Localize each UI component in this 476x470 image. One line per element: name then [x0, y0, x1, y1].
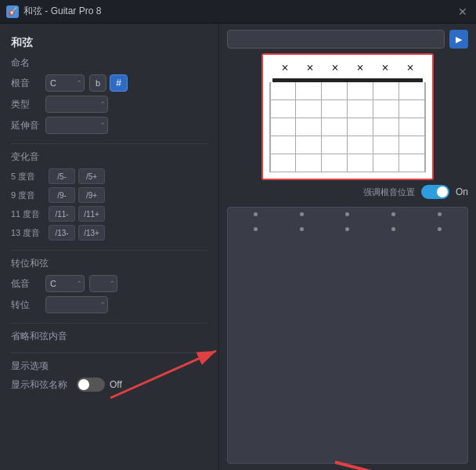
naming-title: 命名 — [11, 56, 207, 70]
close-button[interactable]: ✕ — [456, 5, 470, 19]
dot-2-5 — [438, 227, 442, 231]
toggle-thumb — [78, 379, 89, 390]
cell-3-6[interactable] — [399, 118, 425, 136]
cell-2-1[interactable] — [270, 100, 296, 118]
cell-5-2[interactable] — [296, 154, 322, 172]
cell-5-1[interactable] — [270, 154, 296, 172]
bass-alt-wrapper[interactable] — [89, 275, 117, 292]
fret-row-1[interactable] — [270, 82, 425, 100]
alt-5-pos-btn[interactable]: /5+ — [78, 168, 105, 184]
alt-row-5: 5 度音 /5- /5+ — [11, 168, 207, 184]
extension-label: 延伸音 — [11, 119, 41, 132]
alt-9-neg-btn[interactable]: /9- — [49, 187, 75, 203]
inversion-title: 转位和弦 — [11, 257, 207, 270]
sharp-button[interactable]: # — [110, 74, 128, 92]
dot-1-1 — [254, 212, 258, 216]
alt-9-label: 9 度音 — [11, 190, 45, 201]
type-select[interactable] — [45, 96, 108, 113]
cell-3-3[interactable] — [322, 118, 348, 136]
dot-2-1 — [254, 227, 258, 231]
cell-4-2[interactable] — [296, 136, 322, 154]
chord-x-4: × — [356, 61, 363, 75]
dot-2-3 — [345, 227, 349, 231]
root-position-state: On — [456, 186, 468, 197]
alt-5-neg-btn[interactable]: /5- — [49, 168, 75, 184]
extension-row: 延伸音 — [11, 117, 207, 134]
inversion-select-wrapper[interactable] — [45, 296, 108, 313]
cell-3-2[interactable] — [296, 118, 322, 136]
search-input[interactable] — [227, 30, 445, 49]
cell-3-5[interactable] — [373, 118, 399, 136]
cell-1-6[interactable] — [399, 82, 425, 99]
chord-diagram-wrapper: × × × × × × — [227, 53, 468, 180]
alt-11-pos-btn[interactable]: /11+ — [78, 206, 105, 222]
fret-row-2[interactable] — [270, 100, 425, 118]
cell-4-1[interactable] — [270, 136, 296, 154]
app-icon: 🎸 — [6, 5, 19, 18]
cell-5-3[interactable] — [322, 154, 348, 172]
bass-select[interactable]: CDE FGAB — [45, 275, 85, 292]
root-toggle-thumb — [437, 186, 448, 197]
inversion-select[interactable] — [45, 296, 108, 313]
fret-row-5[interactable] — [270, 154, 425, 172]
cell-3-4[interactable] — [348, 118, 373, 136]
dot-1-4 — [391, 212, 395, 216]
cell-5-6[interactable] — [399, 154, 425, 172]
cell-4-4[interactable] — [348, 136, 373, 154]
display-title: 显示选项 — [11, 360, 207, 373]
root-position-row: 强调根音位置 On — [227, 185, 468, 199]
bass-alt-select[interactable] — [89, 275, 117, 292]
extension-select[interactable] — [45, 117, 108, 134]
alt-13-neg-btn[interactable]: /13- — [49, 225, 75, 240]
type-row: 类型 — [11, 96, 207, 113]
alteration-buttons: b # — [89, 74, 128, 92]
omission-section: 省略和弦内音 — [11, 330, 207, 343]
fret-row-4[interactable] — [270, 136, 425, 154]
cell-2-2[interactable] — [296, 100, 322, 118]
divider-2 — [11, 250, 207, 251]
cell-4-6[interactable] — [399, 136, 425, 154]
root-position-toggle[interactable] — [421, 185, 449, 199]
cell-4-5[interactable] — [373, 136, 399, 154]
inversion-row: 转位 — [11, 296, 207, 313]
bass-select-wrapper[interactable]: CDE FGAB — [45, 275, 85, 292]
extension-select-wrapper[interactable] — [45, 117, 108, 134]
dot-2-4 — [391, 227, 395, 231]
alt-11-label: 11 度音 — [11, 208, 45, 220]
divider-1 — [11, 143, 207, 144]
cell-2-4[interactable] — [348, 100, 373, 118]
alt-11-neg-btn[interactable]: /11- — [49, 206, 75, 222]
alt-9-pos-btn[interactable]: /9+ — [78, 187, 105, 203]
root-row: 根音 CDE FGAB b # — [11, 74, 207, 92]
cell-1-5[interactable] — [373, 82, 399, 99]
cell-2-3[interactable] — [322, 100, 348, 118]
cell-1-3[interactable] — [322, 82, 348, 99]
divider-3 — [11, 323, 207, 324]
type-label: 类型 — [11, 98, 41, 111]
dot-1-5 — [438, 212, 442, 216]
cell-2-5[interactable] — [373, 100, 399, 118]
cell-5-5[interactable] — [373, 154, 399, 172]
chord-x-3: × — [331, 61, 338, 75]
play-button[interactable]: ▶ — [449, 30, 468, 49]
alt-5-label: 5 度音 — [11, 171, 45, 183]
cell-1-2[interactable] — [296, 82, 322, 99]
type-select-wrapper[interactable] — [45, 96, 108, 113]
naming-section: 命名 根音 CDE FGAB b # 类型 — [11, 56, 207, 134]
show-name-toggle[interactable] — [77, 378, 105, 392]
cell-5-4[interactable] — [348, 154, 373, 172]
cell-2-6[interactable] — [399, 100, 425, 118]
flat-button[interactable]: b — [89, 74, 106, 92]
alteration-section: 变化音 5 度音 /5- /5+ 9 度音 /9- /9+ 11 度音 /11-… — [11, 150, 207, 240]
chord-result-area[interactable] — [227, 207, 468, 464]
right-panel: ▶ × × × × × × — [219, 24, 476, 470]
root-select-wrapper[interactable]: CDE FGAB — [45, 74, 85, 92]
root-select[interactable]: CDE FGAB — [45, 74, 85, 92]
cell-1-1[interactable] — [270, 82, 296, 99]
cell-1-4[interactable] — [348, 82, 373, 99]
alt-13-pos-btn[interactable]: /13+ — [78, 225, 105, 240]
cell-3-1[interactable] — [270, 118, 296, 136]
cell-4-3[interactable] — [322, 136, 348, 154]
inversion-section: 转位和弦 低音 CDE FGAB 转位 — [11, 257, 207, 313]
fret-row-3[interactable] — [270, 118, 425, 136]
